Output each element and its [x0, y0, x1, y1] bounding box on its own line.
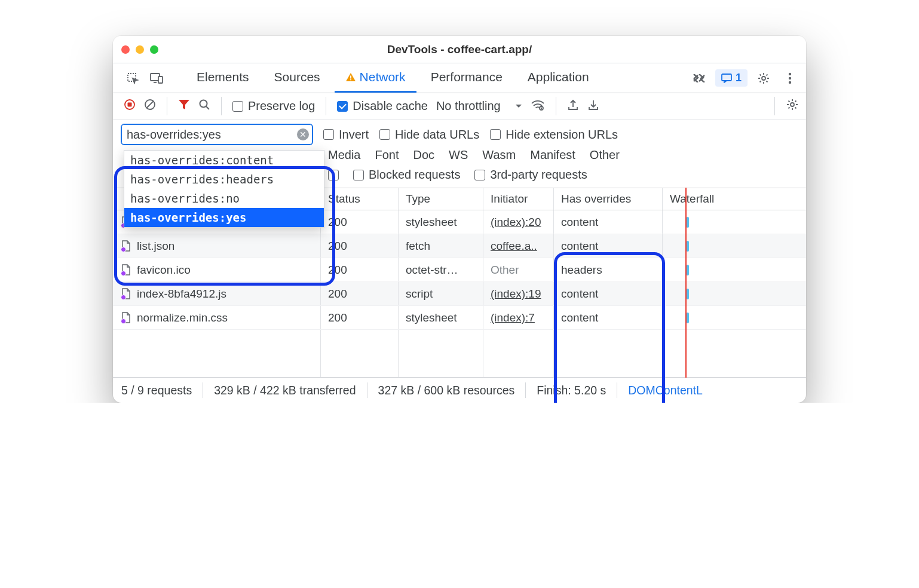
file-name: index-8bfa4912.js	[137, 287, 226, 301]
tab-network[interactable]: Network	[335, 63, 416, 93]
type-media[interactable]: Media	[328, 148, 360, 162]
minimize-window-button[interactable]	[136, 45, 144, 54]
cell-overrides: headers	[554, 258, 663, 281]
device-toggle-icon[interactable]	[146, 63, 167, 93]
cell-initiator[interactable]: (index):7	[491, 311, 535, 324]
filter-row: ✕ has-overrides:content has-overrides:he…	[113, 120, 806, 147]
tab-label: Elements	[197, 70, 249, 84]
cell-overrides: content	[554, 306, 663, 329]
maximize-window-button[interactable]	[150, 45, 158, 54]
status-finish: Finish: 5.20 s	[537, 384, 606, 397]
settings-icon[interactable]	[753, 68, 774, 88]
type-doc[interactable]: Doc	[413, 148, 435, 162]
tab-label: Network	[360, 70, 406, 84]
table-row[interactable]: normalize.min.css200stylesheet(index):7c…	[113, 306, 806, 330]
table-row[interactable]: favicon.ico200octet-str…Otherheaders	[113, 258, 806, 282]
cell-initiator: Other	[491, 264, 519, 277]
status-transferred: 329 kB / 422 kB transferred	[214, 384, 356, 397]
type-manifest[interactable]: Manifest	[530, 148, 575, 162]
close-window-button[interactable]	[121, 45, 130, 54]
suggestion-item-selected[interactable]: has-overrides:yes	[124, 208, 324, 227]
type-font[interactable]: Font	[375, 148, 399, 162]
window-controls	[121, 45, 158, 54]
clear-filter-icon[interactable]: ✕	[297, 128, 309, 140]
window-title: DevTools - coffee-cart.app/	[387, 43, 532, 56]
table-row[interactable]: list.json200fetchcoffee.a..content	[113, 234, 806, 258]
file-name: normalize.min.css	[137, 311, 228, 324]
network-toolbar: Preserve log Disable cache No throttling	[113, 93, 806, 120]
kebab-menu-icon[interactable]	[780, 68, 800, 88]
cell-status: 200	[321, 282, 399, 305]
cell-status: 200	[321, 258, 399, 281]
svg-rect-2	[158, 76, 163, 83]
table-row[interactable]: index-8bfa4912.js200script(index):19cont…	[113, 282, 806, 306]
blocked-response-cookies-checkbox[interactable]	[328, 170, 339, 180]
col-waterfall-header[interactable]: Waterfall	[663, 188, 806, 210]
inspect-icon[interactable]	[122, 63, 143, 93]
search-icon[interactable]	[198, 99, 210, 114]
status-requests: 5 / 9 requests	[121, 384, 192, 397]
file-name: favicon.ico	[137, 264, 191, 277]
cell-type: stylesheet	[399, 210, 483, 234]
panel-settings-icon[interactable]	[786, 98, 799, 114]
col-overrides-header[interactable]: Has overrides	[554, 188, 663, 210]
cell-status: 200	[321, 306, 399, 329]
more-tabs-icon[interactable]	[689, 68, 709, 88]
checkbox-label: Preserve log	[248, 99, 315, 113]
throttling-select[interactable]: No throttling	[436, 99, 522, 113]
file-override-icon	[121, 264, 131, 275]
waterfall-bar	[687, 313, 689, 323]
tab-label: Performance	[431, 70, 503, 84]
suggestion-item[interactable]: has-overrides:content	[124, 151, 324, 170]
col-status-header[interactable]: Status	[321, 188, 399, 210]
file-override-icon	[121, 312, 131, 323]
cell-overrides: content	[554, 234, 663, 258]
col-type-header[interactable]: Type	[399, 188, 483, 210]
cell-initiator[interactable]: (index):19	[491, 287, 541, 301]
filter-input[interactable]	[121, 124, 313, 145]
cell-overrides: content	[554, 210, 663, 234]
tab-sources[interactable]: Sources	[264, 63, 331, 93]
suggestion-item[interactable]: has-overrides:no	[124, 189, 324, 208]
col-initiator-header[interactable]: Initiator	[483, 188, 554, 210]
cell-status: 200	[321, 234, 399, 258]
tab-performance[interactable]: Performance	[420, 63, 513, 93]
filter-icon[interactable]	[178, 99, 190, 113]
messages-badge[interactable]: 1	[715, 69, 748, 87]
svg-point-6	[762, 76, 765, 80]
svg-point-8	[789, 76, 791, 79]
third-party-checkbox[interactable]: 3rd-party requests	[474, 168, 587, 182]
tab-label: Application	[528, 70, 589, 84]
cell-initiator[interactable]: (index):20	[491, 216, 541, 229]
type-wasm[interactable]: Wasm	[482, 148, 516, 162]
type-ws[interactable]: WS	[449, 148, 468, 162]
tab-elements[interactable]: Elements	[186, 63, 260, 93]
svg-line-13	[147, 102, 154, 108]
hide-data-urls-checkbox[interactable]: Hide data URLs	[379, 128, 479, 142]
network-conditions-icon[interactable]	[531, 99, 545, 114]
download-har-icon[interactable]	[587, 99, 599, 114]
status-domcontentloaded[interactable]: DOMContentL	[628, 384, 703, 397]
blocked-requests-checkbox[interactable]: Blocked requests	[353, 168, 460, 182]
disable-cache-checkbox[interactable]: Disable cache	[337, 99, 428, 113]
file-override-icon	[121, 288, 131, 299]
file-name: list.json	[137, 240, 174, 253]
filter-suggestions-dropdown: has-overrides:content has-overrides:head…	[124, 150, 324, 228]
svg-line-15	[206, 106, 209, 109]
invert-checkbox[interactable]: Invert	[323, 128, 369, 142]
cell-initiator[interactable]: coffee.a..	[491, 240, 537, 253]
cell-type: stylesheet	[399, 306, 483, 329]
checkbox-label: 3rd-party requests	[490, 168, 587, 182]
clear-icon[interactable]	[144, 99, 156, 114]
panel-tabbar: Elements Sources Network Performance App…	[113, 63, 806, 93]
upload-har-icon[interactable]	[567, 99, 579, 114]
preserve-log-checkbox[interactable]: Preserve log	[232, 99, 315, 113]
svg-point-18	[791, 103, 794, 106]
svg-point-17	[541, 108, 542, 109]
record-icon[interactable]	[124, 99, 136, 114]
hide-extension-urls-checkbox[interactable]: Hide extension URLs	[490, 128, 618, 142]
tab-application[interactable]: Application	[517, 63, 600, 93]
type-other[interactable]: Other	[590, 148, 620, 162]
status-bar: 5 / 9 requests 329 kB / 422 kB transferr…	[113, 378, 806, 403]
suggestion-item[interactable]: has-overrides:headers	[124, 170, 324, 189]
